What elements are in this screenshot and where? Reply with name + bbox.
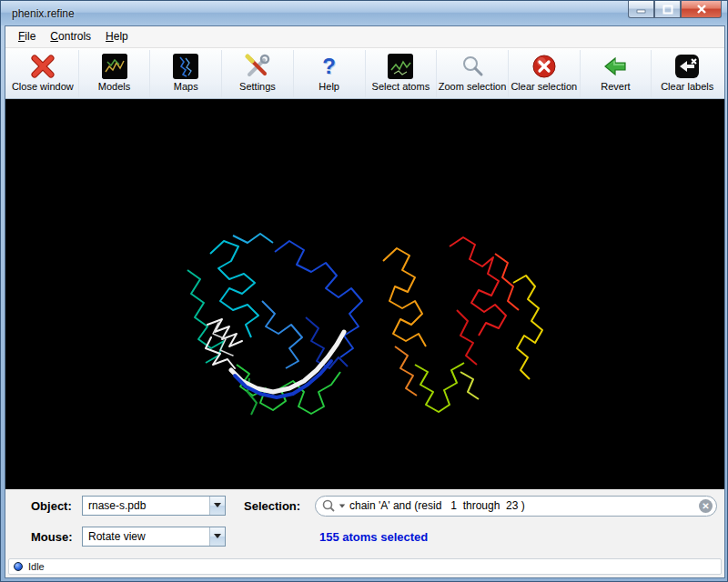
- toolbar-revert[interactable]: Revert: [580, 50, 652, 97]
- clear-search-icon[interactable]: ✕: [699, 499, 713, 513]
- close-icon: [696, 5, 707, 15]
- toolbar-models[interactable]: Models: [78, 50, 150, 97]
- toolbar-label: Zoom selection: [439, 81, 507, 92]
- toolbar-label: Revert: [601, 81, 630, 92]
- settings-icon: [244, 53, 271, 80]
- molecule-render: [5, 99, 724, 489]
- client-area: File Controls Help Close window: [5, 25, 725, 578]
- menu-help[interactable]: Help: [98, 27, 136, 45]
- mouse-mode-dropdown[interactable]: Rotate view: [82, 527, 226, 547]
- window-frame: phenix.refine File Controls Help: [0, 0, 728, 582]
- toolbar-label: Close window: [12, 81, 74, 92]
- toolbar-label: Maps: [174, 81, 198, 92]
- title-bar[interactable]: phenix.refine: [1, 1, 727, 25]
- revert-icon: [602, 53, 629, 80]
- selection-search-input[interactable]: chain 'A' and (resid 1 through 23 ) ✕: [315, 496, 717, 517]
- molecule-right: [383, 237, 542, 412]
- toolbar-label: Models: [98, 81, 130, 92]
- models-icon: [101, 53, 128, 80]
- toolbar-settings[interactable]: Settings: [221, 50, 293, 97]
- atoms-selected-text: 155 atoms selected: [319, 530, 428, 544]
- control-panel: Object: rnase-s.pdb Selection: chain 'A'…: [5, 489, 724, 557]
- menu-controls[interactable]: Controls: [43, 27, 98, 45]
- status-led-icon: [14, 562, 23, 571]
- minimize-icon: [636, 5, 647, 14]
- close-button[interactable]: [681, 1, 722, 18]
- object-dropdown-value: rnase-s.pdb: [83, 499, 209, 512]
- toolbar-label: Select atoms: [372, 81, 430, 92]
- toolbar-label: Settings: [239, 81, 276, 92]
- toolbar-label: Clear labels: [661, 81, 713, 92]
- mouse-label: Mouse:: [31, 530, 73, 544]
- zoom-selection-icon: [459, 53, 486, 80]
- toolbar-clear-selection[interactable]: Clear selection: [508, 50, 580, 97]
- status-text: Idle: [28, 561, 45, 572]
- toolbar-label: Clear selection: [511, 81, 577, 92]
- toolbar-clear-labels[interactable]: Clear labels: [651, 50, 723, 97]
- minimize-button[interactable]: [628, 1, 654, 18]
- mouse-mode-value: Rotate view: [83, 530, 209, 543]
- maps-icon: [172, 53, 199, 80]
- selection-value: chain 'A' and (resid 1 through 23 ): [349, 499, 699, 512]
- molecule-left: [187, 234, 362, 415]
- status-panel: Idle: [8, 558, 722, 575]
- toolbar-close-window[interactable]: Close window: [7, 50, 78, 97]
- caption-buttons: [628, 1, 722, 18]
- toolbar-maps[interactable]: Maps: [149, 50, 221, 97]
- toolbar-help[interactable]: ? Help: [293, 50, 365, 97]
- molecule-viewport[interactable]: [5, 99, 724, 489]
- chevron-down-icon: [209, 497, 225, 515]
- toolbar-select-atoms[interactable]: Select atoms: [365, 50, 437, 97]
- status-bar: Idle: [5, 556, 724, 577]
- clear-selection-icon: [531, 53, 558, 80]
- toolbar-label: Help: [318, 81, 339, 92]
- help-icon: ?: [316, 53, 343, 80]
- object-dropdown[interactable]: rnase-s.pdb: [82, 496, 226, 516]
- toolbar: Close window Models: [5, 48, 724, 99]
- maximize-button[interactable]: [654, 1, 681, 18]
- selection-label: Selection:: [244, 499, 300, 513]
- close-x-icon: [29, 53, 56, 80]
- select-atoms-icon: [387, 53, 414, 80]
- menu-bar: File Controls Help: [5, 26, 724, 48]
- toolbar-zoom-selection[interactable]: Zoom selection: [436, 50, 508, 97]
- maximize-icon: [662, 5, 673, 15]
- search-icon[interactable]: [321, 498, 346, 513]
- object-label: Object:: [31, 499, 72, 513]
- menu-file[interactable]: File: [11, 27, 43, 45]
- chevron-down-icon: [209, 527, 225, 546]
- clear-labels-icon: [673, 53, 701, 80]
- window-title: phenix.refine: [12, 7, 75, 20]
